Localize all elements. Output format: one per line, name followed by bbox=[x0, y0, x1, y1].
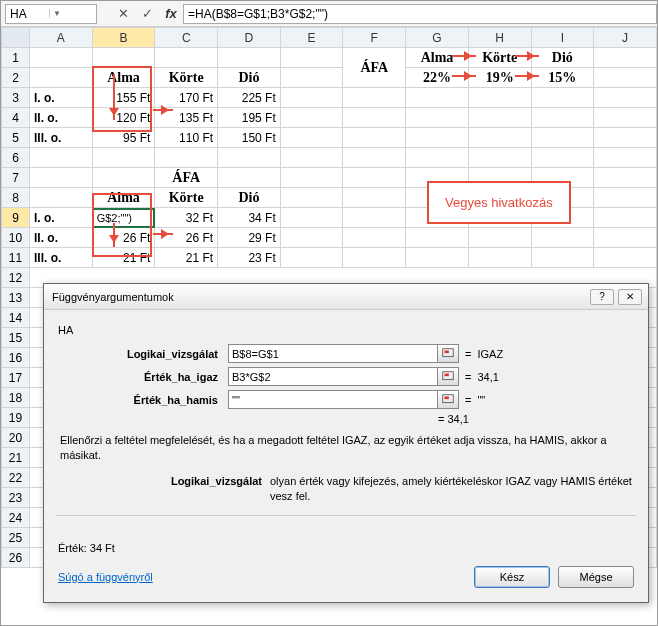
row-header[interactable]: 19 bbox=[2, 408, 30, 428]
name-box[interactable]: HA ▼ bbox=[5, 4, 97, 24]
row-header[interactable]: 7 bbox=[2, 168, 30, 188]
cell[interactable] bbox=[468, 248, 531, 268]
cell[interactable] bbox=[468, 108, 531, 128]
cell[interactable] bbox=[280, 108, 343, 128]
col-header[interactable]: A bbox=[30, 28, 93, 48]
row-header[interactable]: 26 bbox=[2, 548, 30, 568]
cell[interactable] bbox=[594, 188, 657, 208]
col-header[interactable]: H bbox=[468, 28, 531, 48]
cell[interactable] bbox=[343, 208, 406, 228]
cell[interactable] bbox=[406, 148, 469, 168]
help-icon[interactable]: ? bbox=[590, 289, 614, 305]
cell[interactable] bbox=[343, 88, 406, 108]
cell[interactable]: I. o. bbox=[30, 208, 93, 228]
cell[interactable]: Körte bbox=[468, 48, 531, 68]
cell[interactable] bbox=[594, 68, 657, 88]
row-header[interactable]: 2 bbox=[2, 68, 30, 88]
row-header[interactable]: 14 bbox=[2, 308, 30, 328]
cell[interactable] bbox=[531, 148, 594, 168]
cell[interactable] bbox=[594, 208, 657, 228]
cell[interactable] bbox=[468, 148, 531, 168]
range-select-icon[interactable] bbox=[437, 390, 459, 409]
cell[interactable] bbox=[406, 108, 469, 128]
confirm-icon[interactable]: ✓ bbox=[135, 6, 159, 21]
cell[interactable] bbox=[30, 68, 93, 88]
cell[interactable] bbox=[92, 168, 155, 188]
row-header[interactable]: 8 bbox=[2, 188, 30, 208]
row-header[interactable]: 15 bbox=[2, 328, 30, 348]
cell[interactable]: 26 Ft bbox=[92, 228, 155, 248]
cell[interactable] bbox=[531, 228, 594, 248]
cell[interactable]: II. o. bbox=[30, 228, 93, 248]
cell[interactable]: 32 Ft bbox=[155, 208, 218, 228]
fx-icon[interactable]: fx bbox=[159, 6, 183, 21]
cell[interactable] bbox=[92, 148, 155, 168]
dialog-titlebar[interactable]: Függvényargumentumok ? ✕ bbox=[44, 284, 648, 310]
row-header[interactable]: 16 bbox=[2, 348, 30, 368]
col-header[interactable]: I bbox=[531, 28, 594, 48]
row-header[interactable]: 22 bbox=[2, 468, 30, 488]
cell[interactable] bbox=[218, 168, 281, 188]
cell[interactable]: 34 Ft bbox=[218, 208, 281, 228]
range-select-icon[interactable] bbox=[437, 367, 459, 386]
cell[interactable]: 23 Ft bbox=[218, 248, 281, 268]
cell[interactable]: 195 Ft bbox=[218, 108, 281, 128]
cell[interactable]: ÁFA bbox=[155, 168, 218, 188]
cell[interactable]: Körte bbox=[155, 188, 218, 208]
cell[interactable]: Dió bbox=[218, 188, 281, 208]
row-header[interactable]: 5 bbox=[2, 128, 30, 148]
cell[interactable]: Alma bbox=[92, 68, 155, 88]
cell[interactable] bbox=[531, 248, 594, 268]
cell[interactable]: 29 Ft bbox=[218, 228, 281, 248]
row-header[interactable]: 12 bbox=[2, 268, 30, 288]
row-header[interactable]: 23 bbox=[2, 488, 30, 508]
cell[interactable] bbox=[280, 48, 343, 68]
cell[interactable] bbox=[280, 88, 343, 108]
row-header[interactable]: 25 bbox=[2, 528, 30, 548]
cell[interactable] bbox=[594, 228, 657, 248]
arg-input-logical[interactable] bbox=[228, 344, 438, 363]
cell[interactable] bbox=[594, 148, 657, 168]
active-cell[interactable]: G$2;"") bbox=[92, 208, 155, 228]
cell[interactable] bbox=[531, 108, 594, 128]
cell[interactable]: Körte bbox=[155, 68, 218, 88]
cell[interactable] bbox=[280, 228, 343, 248]
cell[interactable] bbox=[343, 108, 406, 128]
cell[interactable] bbox=[531, 88, 594, 108]
cell[interactable] bbox=[594, 108, 657, 128]
cell[interactable]: I. o. bbox=[30, 88, 93, 108]
cell[interactable]: 15% bbox=[531, 68, 594, 88]
cell[interactable] bbox=[155, 48, 218, 68]
row-header[interactable]: 18 bbox=[2, 388, 30, 408]
cell[interactable] bbox=[280, 168, 343, 188]
cell[interactable] bbox=[280, 188, 343, 208]
cell[interactable]: 19% bbox=[468, 68, 531, 88]
cell[interactable] bbox=[594, 88, 657, 108]
cell[interactable] bbox=[343, 168, 406, 188]
col-header[interactable]: G bbox=[406, 28, 469, 48]
cell[interactable] bbox=[343, 128, 406, 148]
cell[interactable] bbox=[343, 228, 406, 248]
cell[interactable] bbox=[594, 128, 657, 148]
cell[interactable] bbox=[594, 48, 657, 68]
cell[interactable]: 155 Ft bbox=[92, 88, 155, 108]
cell[interactable]: III. o. bbox=[30, 128, 93, 148]
row-header[interactable]: 10 bbox=[2, 228, 30, 248]
cell[interactable] bbox=[280, 248, 343, 268]
cell[interactable] bbox=[343, 188, 406, 208]
help-link[interactable]: Súgó a függvényről bbox=[58, 571, 466, 583]
cell[interactable] bbox=[218, 48, 281, 68]
cell[interactable] bbox=[406, 248, 469, 268]
ok-button[interactable]: Kész bbox=[474, 566, 550, 588]
cell[interactable] bbox=[30, 148, 93, 168]
cell[interactable] bbox=[92, 48, 155, 68]
cell[interactable]: III. o. bbox=[30, 248, 93, 268]
arg-input-false[interactable] bbox=[228, 390, 438, 409]
cancel-button[interactable]: Mégse bbox=[558, 566, 634, 588]
cell[interactable]: 120 Ft bbox=[92, 108, 155, 128]
cell[interactable]: 21 Ft bbox=[92, 248, 155, 268]
row-header[interactable]: 13 bbox=[2, 288, 30, 308]
cell[interactable] bbox=[468, 88, 531, 108]
cancel-icon[interactable]: ✕ bbox=[111, 6, 135, 21]
cell[interactable]: ÁFA bbox=[343, 48, 406, 88]
